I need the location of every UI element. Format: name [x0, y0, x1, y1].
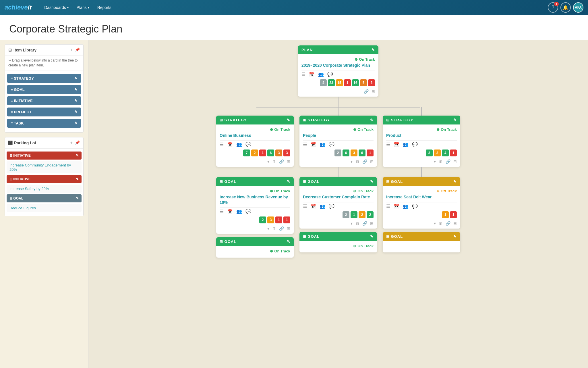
people-icon[interactable]: 👥: [236, 209, 242, 214]
delete-icon[interactable]: 🗑: [272, 226, 276, 231]
parking-item-initiative-2-body[interactable]: Increase Safety by 20%: [7, 185, 82, 193]
help-button[interactable]: ? 1: [548, 2, 558, 13]
library-item-goal[interactable]: ≡ GOAL ✎: [7, 85, 81, 94]
comment-icon[interactable]: 💬: [329, 142, 334, 147]
library-item-project[interactable]: ≡ PROJECT ✎: [7, 108, 81, 116]
comment-icon[interactable]: 💬: [245, 142, 251, 147]
edit-icon[interactable]: ✎: [287, 239, 290, 244]
delete-icon[interactable]: 🗑: [272, 159, 276, 164]
add-icon[interactable]: ⊞: [372, 89, 375, 94]
comment-icon[interactable]: 💬: [412, 204, 418, 209]
list-icon[interactable]: ☰: [303, 142, 307, 147]
nav-plans[interactable]: Plans ▾: [73, 3, 93, 12]
calendar-icon[interactable]: 📅: [227, 142, 233, 147]
calendar-icon[interactable]: 📅: [227, 209, 233, 214]
add-icon[interactable]: ⊞: [453, 221, 457, 226]
list-icon[interactable]: ☰: [303, 204, 307, 209]
avatar-button[interactable]: AFA: [573, 2, 583, 13]
delete-icon[interactable]: 🗑: [439, 221, 443, 226]
comment-icon[interactable]: 💬: [245, 209, 251, 214]
calendar-icon[interactable]: 📅: [394, 142, 399, 147]
notifications-button[interactable]: 🔔: [560, 2, 571, 13]
add-icon[interactable]: ⊞: [287, 226, 290, 231]
edit-icon[interactable]: ✎: [287, 179, 290, 184]
goal-3-1-title[interactable]: Increase Seat Belt Wear: [386, 194, 457, 200]
strategy-2-title[interactable]: People: [303, 133, 374, 138]
chevron-down-icon[interactable]: ▾: [434, 159, 436, 164]
chevron-down-icon[interactable]: ▾: [351, 159, 353, 164]
link-icon[interactable]: 🔗: [362, 159, 367, 164]
calendar-icon[interactable]: 📅: [310, 204, 316, 209]
plan-card-header-icons: ✎: [372, 48, 375, 52]
status-icon: ⊕: [355, 57, 358, 62]
library-hint: ↪ Drag a level below into a card in the …: [5, 56, 83, 70]
pin-button[interactable]: 📌: [75, 47, 80, 53]
link-icon[interactable]: 🔗: [446, 159, 450, 164]
list-icon[interactable]: ☰: [220, 209, 224, 214]
plan-card-actions: 🔗 ⊞: [301, 88, 375, 94]
library-item-task[interactable]: ≡ TASK ✎: [7, 119, 81, 128]
strategy-3-title[interactable]: Product: [386, 133, 457, 138]
people-icon[interactable]: 👥: [320, 142, 325, 147]
chevron-down-icon[interactable]: ▾: [267, 226, 269, 231]
comment-icon[interactable]: 💬: [412, 142, 418, 147]
calendar-icon[interactable]: 📅: [394, 204, 399, 209]
list-icon[interactable]: ☰: [301, 72, 305, 77]
calendar-icon[interactable]: 📅: [309, 72, 315, 77]
strategy-3-body: ⊕ On Track Product ☰ 📅 👥 💬: [383, 124, 460, 167]
delete-icon[interactable]: 🗑: [439, 159, 443, 164]
nav-reports[interactable]: Reports: [94, 3, 115, 12]
people-icon[interactable]: 👥: [403, 142, 409, 147]
add-icon[interactable]: ⊞: [453, 159, 457, 164]
app-logo[interactable]: achieveit: [5, 4, 32, 11]
edit-icon[interactable]: ✎: [370, 179, 374, 184]
edit-icon[interactable]: ✎: [370, 118, 374, 122]
link-icon[interactable]: 🔗: [446, 221, 450, 226]
people-icon[interactable]: 👥: [403, 204, 409, 209]
nav-dashboards[interactable]: Dashboards ▾: [41, 3, 72, 12]
edit-icon[interactable]: ✎: [453, 118, 457, 122]
add-icon[interactable]: ⊞: [370, 221, 374, 226]
add-icon[interactable]: ⊞: [287, 159, 290, 164]
link-icon[interactable]: 🔗: [279, 226, 284, 231]
parking-item-goal-body[interactable]: Reduce Figures: [7, 204, 82, 212]
chevron-down-icon[interactable]: ▾: [267, 159, 269, 164]
calendar-icon[interactable]: 📅: [310, 142, 316, 147]
pin-parking-button[interactable]: 📌: [75, 140, 80, 145]
goal-card-1-2: ⊞ GOAL ✎ ⊕ On Track: [216, 237, 294, 258]
edit-icon[interactable]: ✎: [372, 48, 375, 52]
edit-icon[interactable]: ✎: [453, 234, 457, 239]
list-icon[interactable]: ☰: [386, 204, 390, 209]
edit-icon[interactable]: ✎: [287, 118, 290, 122]
link-icon[interactable]: 🔗: [364, 89, 369, 94]
list-icon[interactable]: ☰: [220, 142, 224, 147]
goal-2-1-title[interactable]: Decrease Customer Complain Rate: [303, 194, 374, 200]
strategy-2-header: ⊞ STRATEGY ✎: [299, 116, 377, 124]
goal-card-2-2: ⊞ GOAL ✎ ⊕ On Track: [299, 232, 377, 252]
chevron-down-icon[interactable]: ▾: [351, 221, 353, 226]
link-icon[interactable]: 🔗: [362, 221, 367, 226]
plan-title[interactable]: 2019- 2020 Corporate Strategic Plan: [301, 63, 375, 68]
goal-1-1-title[interactable]: Increase New Business Revenue by 10%: [220, 194, 290, 205]
strategy-1-title[interactable]: Online Business: [220, 133, 290, 138]
delete-icon[interactable]: 🗑: [355, 159, 359, 164]
parking-item-initiative-1-body[interactable]: Increase Community Engagement by 20%: [7, 161, 82, 173]
delete-icon[interactable]: 🗑: [355, 221, 359, 226]
add-parking-button[interactable]: +: [70, 140, 73, 145]
library-item-initiative[interactable]: ≡ INITIATIVE ✎: [7, 96, 81, 105]
people-icon[interactable]: 👥: [318, 72, 324, 77]
goal-3-2-body: [383, 241, 460, 252]
add-item-button[interactable]: +: [70, 47, 73, 53]
strategy-col-1: ⊞ STRATEGY ✎ ⊕ On Track Online Business …: [216, 107, 294, 258]
edit-icon[interactable]: ✎: [370, 234, 374, 239]
people-icon[interactable]: 👥: [320, 204, 325, 209]
edit-icon[interactable]: ✎: [453, 179, 457, 184]
link-icon[interactable]: 🔗: [279, 159, 284, 164]
comment-icon[interactable]: 💬: [327, 72, 333, 77]
chevron-down-icon[interactable]: ▾: [434, 221, 436, 226]
list-icon[interactable]: ☰: [386, 142, 390, 147]
comment-icon[interactable]: 💬: [329, 204, 334, 209]
add-icon[interactable]: ⊞: [370, 159, 374, 164]
people-icon[interactable]: 👥: [236, 142, 242, 147]
library-item-strategy[interactable]: ≡ STRATEGY ✎: [7, 74, 81, 83]
